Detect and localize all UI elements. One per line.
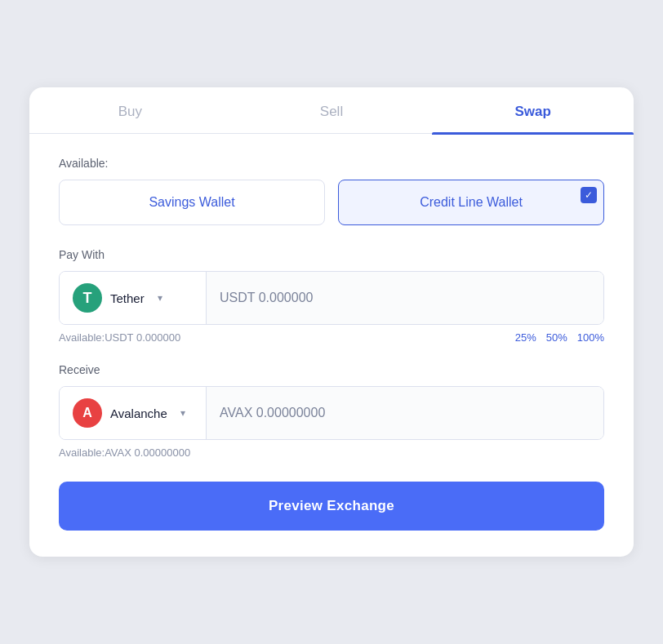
wallet-row: Savings Wallet Credit Line Wallet ✓ xyxy=(59,180,604,225)
tether-icon: T xyxy=(73,283,102,313)
pay-with-token-row: T Tether ▾ USDT 0.000000 xyxy=(59,271,604,325)
page-content: Available: Savings Wallet Credit Line Wa… xyxy=(29,157,634,531)
receive-token-row: A Avalanche ▾ AVAX 0.00000000 xyxy=(59,386,604,440)
main-card: Buy Sell Swap Available: Savings Wallet … xyxy=(29,87,634,557)
avalanche-icon: A xyxy=(73,398,102,428)
savings-wallet-button[interactable]: Savings Wallet xyxy=(59,180,325,225)
selected-check-icon: ✓ xyxy=(581,187,597,203)
pay-with-token-selector[interactable]: T Tether ▾ xyxy=(60,272,207,324)
tether-letter: T xyxy=(83,290,92,307)
receive-amount-value: AVAX 0.00000000 xyxy=(220,406,325,420)
token-selector-chevron: ▾ xyxy=(158,292,162,304)
pay-with-label: Pay With xyxy=(59,248,604,261)
pay-with-available-row: Available:USDT 0.000000 25% 50% 100% xyxy=(59,331,604,344)
percent-50-button[interactable]: 50% xyxy=(546,331,567,344)
avalanche-name: Avalanche xyxy=(110,406,167,420)
receive-available-text: Available:AVAX 0.00000000 xyxy=(59,446,190,459)
tab-bar: Buy Sell Swap xyxy=(29,87,634,134)
savings-wallet-label: Savings Wallet xyxy=(149,195,234,209)
receive-section: Receive A Avalanche ▾ AVAX 0.00000000 Av… xyxy=(59,363,604,459)
receive-available-row: Available:AVAX 0.00000000 xyxy=(59,446,604,459)
percent-100-button[interactable]: 100% xyxy=(577,331,604,344)
preview-exchange-button[interactable]: Preview Exchange xyxy=(59,482,604,531)
avalanche-letter: A xyxy=(82,406,92,420)
credit-wallet-label: Credit Line Wallet xyxy=(420,195,523,209)
tab-swap[interactable]: Swap xyxy=(432,87,634,133)
pay-with-available-text: Available:USDT 0.000000 xyxy=(59,331,180,344)
percent-25-button[interactable]: 25% xyxy=(515,331,536,344)
receive-token-chevron: ▾ xyxy=(180,407,185,419)
pay-with-amount-field: USDT 0.000000 xyxy=(207,272,603,324)
receive-amount-field: AVAX 0.00000000 xyxy=(207,387,603,439)
pay-with-amount-value: USDT 0.000000 xyxy=(220,291,313,305)
tab-buy[interactable]: Buy xyxy=(29,87,231,133)
credit-line-wallet-button[interactable]: Credit Line Wallet ✓ xyxy=(338,180,604,225)
receive-token-selector[interactable]: A Avalanche ▾ xyxy=(60,387,207,439)
receive-label: Receive xyxy=(59,363,604,376)
tab-sell[interactable]: Sell xyxy=(231,87,433,133)
pay-with-section: Pay With T Tether ▾ USDT 0.000000 Availa… xyxy=(59,248,604,344)
percent-buttons: 25% 50% 100% xyxy=(515,331,604,344)
tether-name: Tether xyxy=(110,291,145,305)
available-label: Available: xyxy=(59,157,604,170)
